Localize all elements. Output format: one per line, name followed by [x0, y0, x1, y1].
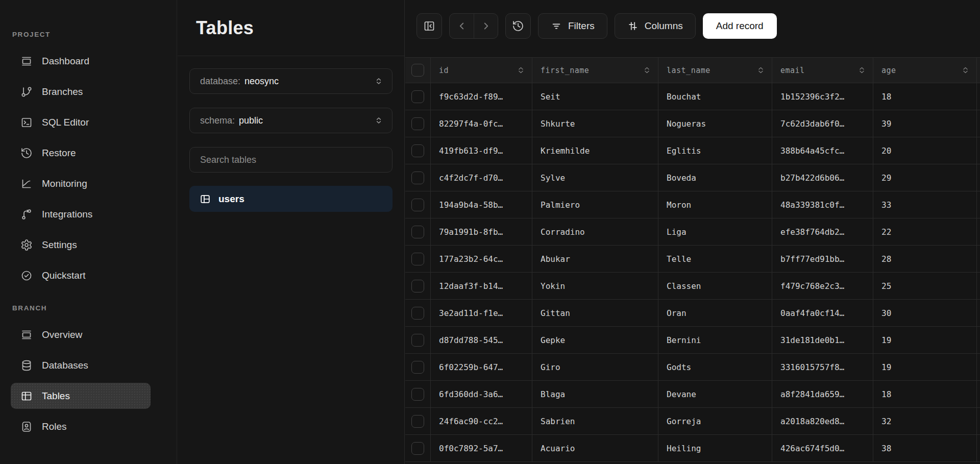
- row-checkbox[interactable]: [411, 172, 424, 184]
- cell-last-name[interactable]: Nogueras: [658, 110, 772, 137]
- cell-last-name[interactable]: Gorreja: [658, 408, 772, 434]
- cell-last-name[interactable]: Eglitis: [658, 137, 772, 164]
- cell-age[interactable]: 22: [873, 218, 977, 245]
- cell-first-name[interactable]: Kriemhilde: [532, 137, 658, 164]
- cell-id[interactable]: 6f02259b-647…: [431, 354, 532, 380]
- database-select[interactable]: database: neosync: [189, 68, 393, 94]
- cell-id[interactable]: d87dd788-545…: [431, 327, 532, 353]
- row-checkbox[interactable]: [411, 144, 424, 157]
- prev-page-button[interactable]: [450, 14, 474, 38]
- sidebar-item-databases[interactable]: Databases: [11, 352, 151, 378]
- table-row[interactable]: 6fd360dd-3a6…BlagaDevanea8f2841da659…18: [405, 381, 980, 408]
- cell-age[interactable]: 25: [873, 273, 977, 299]
- row-checkbox[interactable]: [411, 388, 424, 401]
- cell-first-name[interactable]: Sabrien: [532, 408, 658, 434]
- cell-last-name[interactable]: Boveda: [658, 164, 772, 191]
- sidebar-item-roles[interactable]: Roles: [11, 413, 151, 439]
- sidebar-item-integrations[interactable]: Integrations: [11, 201, 151, 227]
- cell-age[interactable]: 29: [873, 164, 977, 191]
- table-row[interactable]: 419fb613-df9…KriemhildeEglitis388b64a45c…: [405, 137, 980, 164]
- add-record-button[interactable]: Add record: [703, 13, 777, 39]
- column-header-last-name[interactable]: last_name: [658, 58, 772, 83]
- cell-first-name[interactable]: Acuario: [532, 435, 658, 461]
- select-all-checkbox[interactable]: [411, 64, 424, 77]
- cell-id[interactable]: 177a23b2-64c…: [431, 246, 532, 272]
- cell-email[interactable]: b27b422d6b06…: [772, 164, 873, 191]
- cell-email[interactable]: 31de181de0b1…: [772, 327, 873, 353]
- row-checkbox[interactable]: [411, 280, 424, 292]
- cell-email[interactable]: 1b152396c3f2…: [772, 83, 873, 110]
- cell-age[interactable]: 19: [873, 354, 977, 380]
- cell-email[interactable]: efe38f764db2…: [772, 218, 873, 245]
- sidebar-item-restore[interactable]: Restore: [11, 140, 151, 166]
- table-row[interactable]: f9c63d2d-f89…SeitBouchat1b152396c3f2…18: [405, 83, 980, 110]
- table-row[interactable]: 194a9b4a-58b…PalmieroMoron48a339381c0f…3…: [405, 191, 980, 218]
- cell-first-name[interactable]: Corradino: [532, 218, 658, 245]
- columns-button[interactable]: Columns: [615, 13, 696, 39]
- cell-email[interactable]: 48a339381c0f…: [772, 191, 873, 218]
- cell-last-name[interactable]: Bouchat: [658, 83, 772, 110]
- table-row[interactable]: 3e2ad11d-f1e…GittanOran0aaf4fa0cf14…30: [405, 300, 980, 327]
- row-checkbox[interactable]: [411, 361, 424, 374]
- cell-id[interactable]: 24f6ac90-cc2…: [431, 408, 532, 434]
- cell-last-name[interactable]: Moron: [658, 191, 772, 218]
- cell-last-name[interactable]: Godts: [658, 354, 772, 380]
- sidebar-item-sql-editor[interactable]: SQL Editor: [11, 109, 151, 135]
- cell-id[interactable]: 79a1991b-8fb…: [431, 218, 532, 245]
- row-checkbox[interactable]: [411, 415, 424, 428]
- cell-id[interactable]: 12daaf3f-b14…: [431, 273, 532, 299]
- column-header-email[interactable]: email: [772, 58, 873, 83]
- sidebar-item-settings[interactable]: Settings: [11, 232, 151, 258]
- cell-age[interactable]: 38: [873, 435, 977, 461]
- cell-age[interactable]: 20: [873, 137, 977, 164]
- cell-first-name[interactable]: Shkurte: [532, 110, 658, 137]
- cell-first-name[interactable]: Yokin: [532, 273, 658, 299]
- table-list-item-users[interactable]: users: [189, 186, 393, 212]
- cell-age[interactable]: 18: [873, 83, 977, 110]
- sidebar-item-quickstart[interactable]: Quickstart: [11, 262, 151, 288]
- cell-email[interactable]: 426ac674f5d0…: [772, 435, 873, 461]
- schema-select[interactable]: schema: public: [189, 108, 393, 133]
- cell-age[interactable]: 19: [873, 327, 977, 353]
- collapse-panel-button[interactable]: [416, 13, 442, 39]
- cell-email[interactable]: b7ff77ed91bb…: [772, 246, 873, 272]
- cell-id[interactable]: 6fd360dd-3a6…: [431, 381, 532, 407]
- table-row[interactable]: 24f6ac90-cc2…SabrienGorrejaa2018a820ed8……: [405, 408, 980, 435]
- cell-last-name[interactable]: Telle: [658, 246, 772, 272]
- table-row[interactable]: 82297f4a-0fc…ShkurteNogueras7c62d3dab6f0…: [405, 110, 980, 137]
- cell-email[interactable]: 388b64a45cfc…: [772, 137, 873, 164]
- cell-age[interactable]: 18: [873, 381, 977, 407]
- cell-last-name[interactable]: Devane: [658, 381, 772, 407]
- cell-last-name[interactable]: Heiling: [658, 435, 772, 461]
- cell-age[interactable]: 28: [873, 246, 977, 272]
- column-header-age[interactable]: age: [873, 58, 977, 83]
- cell-last-name[interactable]: Oran: [658, 300, 772, 326]
- row-checkbox[interactable]: [411, 199, 424, 211]
- table-row[interactable]: c4f2dc7f-d70…SylveBovedab27b422d6b06…29: [405, 164, 980, 191]
- row-checkbox[interactable]: [411, 334, 424, 347]
- table-row[interactable]: 6f02259b-647…GiroGodts3316015757f8…19: [405, 354, 980, 381]
- cell-last-name[interactable]: Classen: [658, 273, 772, 299]
- row-checkbox[interactable]: [411, 307, 424, 320]
- table-row[interactable]: 79a1991b-8fb…CorradinoLigaefe38f764db2…2…: [405, 218, 980, 246]
- cell-email[interactable]: 7c62d3dab6f0…: [772, 110, 873, 137]
- cell-id[interactable]: 0f0c7892-5a7…: [431, 435, 532, 461]
- cell-email[interactable]: 3316015757f8…: [772, 354, 873, 380]
- cell-id[interactable]: 419fb613-df9…: [431, 137, 532, 164]
- column-header-first-name[interactable]: first_name: [532, 58, 658, 83]
- table-row[interactable]: d87dd788-545…GepkeBernini31de181de0b1…19: [405, 327, 980, 354]
- cell-first-name[interactable]: Palmiero: [532, 191, 658, 218]
- cell-id[interactable]: 3e2ad11d-f1e…: [431, 300, 532, 326]
- cell-email[interactable]: 0aaf4fa0cf14…: [772, 300, 873, 326]
- sidebar-item-branches[interactable]: Branches: [11, 79, 151, 105]
- search-tables-input[interactable]: [190, 148, 392, 172]
- cell-first-name[interactable]: Gepke: [532, 327, 658, 353]
- table-row[interactable]: 0f0c7892-5a7…AcuarioHeiling426ac674f5d0……: [405, 435, 980, 462]
- sidebar-item-monitoring[interactable]: Monitoring: [11, 170, 151, 197]
- history-button[interactable]: [505, 13, 531, 39]
- cell-first-name[interactable]: Giro: [532, 354, 658, 380]
- row-checkbox[interactable]: [411, 90, 424, 103]
- cell-first-name[interactable]: Seit: [532, 83, 658, 110]
- cell-email[interactable]: a8f2841da659…: [772, 381, 873, 407]
- table-row[interactable]: 12daaf3f-b14…YokinClassenf479c768e2c3…25: [405, 273, 980, 300]
